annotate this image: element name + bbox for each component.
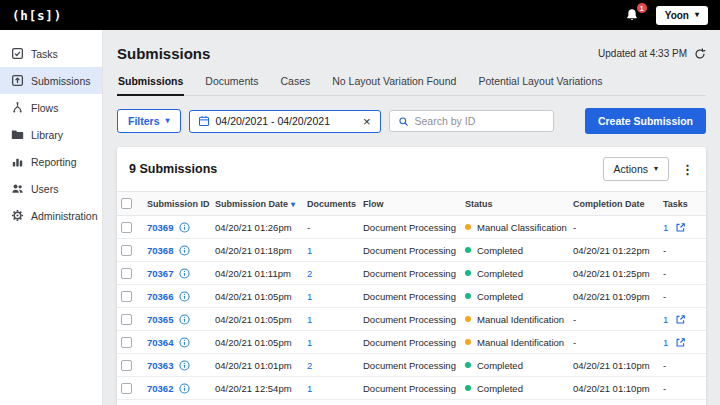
completion-date-cell: 04/20/21 01:09pm bbox=[569, 285, 659, 308]
submission-date-cell: 04/20/21 01:05pm bbox=[211, 308, 303, 331]
checkbox-cell bbox=[117, 216, 143, 239]
submission-id-cell: 70368 bbox=[143, 239, 211, 262]
submission-date-cell: 04/20/21 01:11pm bbox=[211, 262, 303, 285]
row-checkbox[interactable] bbox=[121, 360, 132, 371]
col-completion-date[interactable]: Completion Date bbox=[569, 192, 659, 216]
documents-cell[interactable]: 1 bbox=[303, 308, 359, 331]
row-checkbox[interactable] bbox=[121, 268, 132, 279]
table-body: 70369 04/20/21 01:26pm - Document Proces… bbox=[117, 216, 706, 400]
row-checkbox[interactable] bbox=[121, 314, 132, 325]
col-submission-date[interactable]: Submission Date▾ bbox=[211, 192, 303, 216]
documents-cell[interactable]: 1 bbox=[303, 239, 359, 262]
info-icon[interactable] bbox=[179, 337, 190, 348]
filters-button[interactable]: Filters ▾ bbox=[117, 109, 181, 133]
create-submission-button[interactable]: Create Submission bbox=[585, 108, 706, 134]
col-submission-id[interactable]: Submission ID bbox=[143, 192, 211, 216]
tab-cases[interactable]: Cases bbox=[279, 75, 311, 95]
tab-submissions[interactable]: Submissions bbox=[117, 75, 184, 96]
checkbox-cell bbox=[117, 331, 143, 354]
select-all-checkbox[interactable] bbox=[121, 198, 132, 209]
refresh-icon[interactable] bbox=[694, 48, 706, 60]
info-icon[interactable] bbox=[179, 383, 190, 394]
external-link-icon[interactable] bbox=[675, 314, 686, 325]
sidebar-item-tasks[interactable]: Tasks bbox=[0, 40, 102, 67]
sidebar-item-library[interactable]: Library bbox=[0, 121, 102, 148]
col-flow[interactable]: Flow bbox=[359, 192, 461, 216]
submission-id-link[interactable]: 70363 bbox=[147, 360, 173, 371]
reporting-icon bbox=[11, 155, 24, 168]
submission-id-link[interactable]: 70369 bbox=[147, 222, 173, 233]
task-count-link[interactable]: 1 bbox=[663, 337, 668, 348]
submissions-icon bbox=[11, 74, 24, 87]
completion-date-cell: - bbox=[569, 308, 659, 331]
flow-cell: Document Processing bbox=[359, 354, 461, 377]
sidebar-item-label: Reporting bbox=[31, 156, 77, 168]
external-link-icon[interactable] bbox=[675, 337, 686, 348]
clear-date-icon[interactable]: × bbox=[362, 115, 372, 128]
completion-date-cell: - bbox=[569, 331, 659, 354]
row-checkbox[interactable] bbox=[121, 222, 132, 233]
info-icon[interactable] bbox=[179, 314, 190, 325]
info-icon[interactable] bbox=[179, 360, 190, 371]
status-text: Completed bbox=[477, 360, 523, 371]
tab-no-layout-variation-found[interactable]: No Layout Variation Found bbox=[331, 75, 457, 95]
filters-label: Filters bbox=[128, 115, 160, 127]
task-count-link[interactable]: 1 bbox=[663, 314, 668, 325]
row-checkbox[interactable] bbox=[121, 337, 132, 348]
actions-label: Actions bbox=[614, 163, 648, 175]
status-dot bbox=[465, 316, 471, 322]
flow-cell: Document Processing bbox=[359, 331, 461, 354]
tab-potential-layout-variations[interactable]: Potential Layout Variations bbox=[477, 75, 603, 95]
task-count-link[interactable]: 1 bbox=[663, 222, 668, 233]
info-icon[interactable] bbox=[179, 245, 190, 256]
kebab-menu-icon[interactable]: ⋮ bbox=[681, 163, 694, 176]
col-status[interactable]: Status bbox=[461, 192, 569, 216]
search-icon bbox=[398, 116, 409, 127]
checkbox-cell bbox=[117, 354, 143, 377]
sidebar-item-administration[interactable]: Administration bbox=[0, 202, 102, 229]
date-range-input[interactable]: 04/20/2021 - 04/20/2021 × bbox=[189, 110, 381, 133]
row-checkbox[interactable] bbox=[121, 383, 132, 394]
col-tasks[interactable]: Tasks bbox=[659, 192, 706, 216]
documents-cell[interactable]: 1 bbox=[303, 377, 359, 400]
sidebar-item-users[interactable]: Users bbox=[0, 175, 102, 202]
sidebar-item-submissions[interactable]: Submissions bbox=[0, 67, 102, 94]
sidebar-item-flows[interactable]: Flows bbox=[0, 94, 102, 121]
col-documents[interactable]: Documents bbox=[303, 192, 359, 216]
sidebar-item-label: Library bbox=[31, 129, 63, 141]
table-header-row: Submission ID Submission Date▾ Documents… bbox=[117, 192, 706, 216]
info-icon[interactable] bbox=[179, 291, 190, 302]
info-icon[interactable] bbox=[179, 268, 190, 279]
submission-id-link[interactable]: 70364 bbox=[147, 337, 173, 348]
documents-cell[interactable]: 2 bbox=[303, 262, 359, 285]
documents-cell[interactable]: 1 bbox=[303, 331, 359, 354]
status-dot bbox=[465, 247, 471, 253]
info-icon[interactable] bbox=[179, 222, 190, 233]
notifications-button[interactable]: 1 bbox=[625, 7, 641, 23]
documents-cell[interactable]: 1 bbox=[303, 285, 359, 308]
row-checkbox[interactable] bbox=[121, 291, 132, 302]
submission-id-link[interactable]: 70362 bbox=[147, 383, 173, 394]
submission-id-link[interactable]: 70365 bbox=[147, 314, 173, 325]
status-cell: Manual Identification bbox=[461, 331, 569, 354]
sidebar-item-reporting[interactable]: Reporting bbox=[0, 148, 102, 175]
actions-button[interactable]: Actions ▾ bbox=[603, 157, 669, 181]
user-menu-button[interactable]: Yoon ▾ bbox=[656, 6, 708, 25]
updated-status: Updated at 4:33 PM bbox=[598, 48, 706, 60]
search-input[interactable] bbox=[415, 115, 545, 127]
search-box[interactable] bbox=[389, 110, 554, 132]
submission-id-link[interactable]: 70368 bbox=[147, 245, 173, 256]
external-link-icon[interactable] bbox=[675, 222, 686, 233]
notification-badge: 1 bbox=[637, 3, 647, 13]
submission-id-link[interactable]: 70367 bbox=[147, 268, 173, 279]
documents-cell[interactable]: 2 bbox=[303, 354, 359, 377]
tasks-cell: - bbox=[659, 285, 706, 308]
row-checkbox[interactable] bbox=[121, 245, 132, 256]
library-icon bbox=[11, 128, 24, 141]
chevron-down-icon: ▾ bbox=[654, 165, 658, 173]
completion-date-cell: 04/20/21 01:10pm bbox=[569, 354, 659, 377]
chevron-down-icon: ▾ bbox=[166, 117, 170, 125]
submission-id-link[interactable]: 70366 bbox=[147, 291, 173, 302]
topbar-right: 1 Yoon ▾ bbox=[625, 6, 708, 25]
tab-documents[interactable]: Documents bbox=[204, 75, 259, 95]
